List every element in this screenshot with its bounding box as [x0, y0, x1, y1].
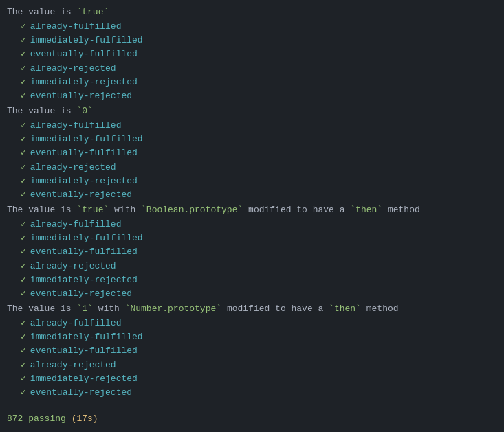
test-item: ✓already-rejected — [7, 62, 497, 76]
passing-time: (17s) — [72, 413, 98, 424]
test-name-label: already-rejected — [30, 62, 116, 76]
test-item: ✓immediately-fulfilled — [7, 34, 497, 47]
test-name-label: eventually-fulfilled — [30, 245, 138, 259]
checkmark-icon: ✓ — [21, 386, 26, 400]
section-header-section-1-number: The value is `1` with `Number.prototype`… — [7, 302, 497, 316]
test-item: ✓immediately-fulfilled — [7, 231, 497, 245]
checkmark-icon: ✓ — [21, 161, 26, 174]
checkmark-icon: ✓ — [21, 188, 26, 202]
checkmark-icon: ✓ — [21, 20, 26, 34]
section-header-section-true-boolean: The value is `true` with `Boolean.protot… — [7, 203, 497, 217]
test-item: ✓already-fulfilled — [7, 317, 497, 330]
test-name-label: already-rejected — [30, 260, 116, 273]
test-name-label: already-rejected — [30, 161, 116, 174]
checkmark-icon: ✓ — [21, 344, 26, 358]
checkmark-icon: ✓ — [21, 76, 26, 89]
test-item: ✓eventually-rejected — [7, 386, 497, 400]
test-name-label: already-fulfilled — [30, 317, 122, 330]
test-name-label: eventually-fulfilled — [30, 344, 138, 358]
test-name-label: immediately-rejected — [30, 372, 138, 386]
test-item: ✓already-fulfilled — [7, 218, 497, 231]
passing-count: 872 — [7, 413, 28, 424]
test-name-label: immediately-rejected — [30, 273, 138, 287]
test-item: ✓immediately-fulfilled — [7, 330, 497, 344]
test-item: ✓immediately-rejected — [7, 174, 497, 188]
test-output: The value is `true`✓already-fulfilled✓im… — [7, 5, 497, 426]
test-item: ✓immediately-rejected — [7, 372, 497, 386]
summary-line: 872 passing (17s) — [7, 412, 497, 426]
test-item: ✓already-rejected — [7, 260, 497, 273]
checkmark-icon: ✓ — [21, 62, 26, 76]
test-name-label: eventually-fulfilled — [30, 146, 138, 160]
checkmark-icon: ✓ — [21, 218, 26, 231]
checkmark-icon: ✓ — [21, 34, 26, 47]
checkmark-icon: ✓ — [21, 273, 26, 287]
test-item: ✓already-rejected — [7, 359, 497, 372]
checkmark-icon: ✓ — [21, 330, 26, 344]
test-name-label: already-fulfilled — [30, 218, 122, 231]
checkmark-icon: ✓ — [21, 359, 26, 372]
checkmark-icon: ✓ — [21, 260, 26, 273]
test-item: ✓already-fulfilled — [7, 20, 497, 34]
test-name-label: already-fulfilled — [30, 119, 122, 133]
test-name-label: eventually-rejected — [30, 287, 132, 301]
test-item: ✓eventually-rejected — [7, 188, 497, 202]
checkmark-icon: ✓ — [21, 372, 26, 386]
test-item: ✓immediately-rejected — [7, 273, 497, 287]
test-name-label: immediately-rejected — [30, 76, 138, 89]
test-item: ✓eventually-rejected — [7, 287, 497, 301]
passing-label: passing — [28, 413, 71, 424]
checkmark-icon: ✓ — [21, 174, 26, 188]
test-name-label: eventually-rejected — [30, 386, 132, 400]
checkmark-icon: ✓ — [21, 133, 26, 146]
test-name-label: immediately-fulfilled — [30, 231, 143, 245]
checkmark-icon: ✓ — [21, 146, 26, 160]
test-item: ✓immediately-rejected — [7, 76, 497, 89]
checkmark-icon: ✓ — [21, 119, 26, 133]
test-name-label: eventually-fulfilled — [30, 47, 138, 61]
checkmark-icon: ✓ — [21, 89, 26, 103]
section-header-section-0: The value is `0` — [7, 104, 497, 118]
test-item: ✓already-fulfilled — [7, 119, 497, 133]
checkmark-icon: ✓ — [21, 287, 26, 301]
test-item: ✓eventually-fulfilled — [7, 245, 497, 259]
test-name-label: immediately-fulfilled — [30, 34, 143, 47]
test-item: ✓immediately-fulfilled — [7, 133, 497, 146]
test-item: ✓eventually-fulfilled — [7, 47, 497, 61]
test-name-label: immediately-rejected — [30, 174, 138, 188]
checkmark-icon: ✓ — [21, 47, 26, 61]
test-name-label: immediately-fulfilled — [30, 330, 143, 344]
test-item: ✓eventually-fulfilled — [7, 146, 497, 160]
test-item: ✓eventually-rejected — [7, 89, 497, 103]
section-header-section-true: The value is `true` — [7, 5, 497, 19]
checkmark-icon: ✓ — [21, 231, 26, 245]
test-name-label: already-fulfilled — [30, 20, 122, 34]
test-name-label: immediately-fulfilled — [30, 133, 143, 146]
test-item: ✓already-rejected — [7, 161, 497, 174]
test-item: ✓eventually-fulfilled — [7, 344, 497, 358]
test-name-label: eventually-rejected — [30, 89, 132, 103]
checkmark-icon: ✓ — [21, 317, 26, 330]
test-name-label: already-rejected — [30, 359, 116, 372]
checkmark-icon: ✓ — [21, 245, 26, 259]
test-name-label: eventually-rejected — [30, 188, 132, 202]
